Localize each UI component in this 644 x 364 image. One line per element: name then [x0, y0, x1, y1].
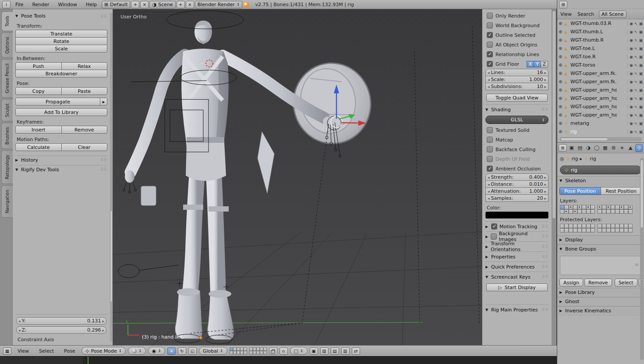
propagate-button[interactable]: Propagate — [15, 98, 100, 106]
renderability-camera-icon[interactable]: ▣ — [639, 46, 643, 51]
decrement-arrow-icon[interactable]: ◂ — [488, 182, 490, 187]
renderability-camera-icon[interactable]: ▣ — [639, 130, 643, 134]
shading-option-row[interactable]: Textured Solid — [485, 125, 548, 135]
renderability-camera-icon[interactable]: ▣ — [639, 88, 643, 92]
layer-toggle[interactable] — [564, 228, 569, 233]
selectability-cursor-icon[interactable]: ↖ — [634, 46, 638, 51]
rigify-panel-header[interactable]: ▼ Rigify Dev Tools ⠿⠿ — [15, 165, 107, 173]
translate-y-field[interactable]: ◂ Y: 0.131 ▸ — [16, 317, 106, 325]
outliner-horizontal-scrollbar[interactable] — [559, 137, 642, 141]
layer-toggle[interactable] — [577, 209, 582, 214]
start-display-button[interactable]: ▷ Start Display — [486, 283, 548, 291]
visibility-eye-icon[interactable]: ◉ — [630, 121, 633, 126]
decrement-arrow-icon[interactable]: ◂ — [488, 189, 490, 194]
expand-icon[interactable]: ⊕ — [559, 79, 564, 84]
checkbox[interactable] — [487, 156, 493, 162]
layer-toggle[interactable] — [237, 351, 240, 354]
layer-toggle[interactable] — [602, 205, 606, 209]
layer-toggle[interactable] — [569, 209, 573, 214]
selectability-cursor-icon[interactable]: ↖ — [634, 63, 638, 67]
layer-toggle[interactable] — [573, 209, 577, 214]
decrement-arrow-icon[interactable]: ◂ — [488, 175, 490, 180]
breadcrumb-data-name[interactable]: rig — [590, 156, 596, 162]
viewport-canvas[interactable]: x y — [113, 9, 482, 345]
visibility-eye-icon[interactable]: ◉ — [630, 30, 633, 34]
select-button[interactable]: Select — [615, 279, 637, 286]
expand-icon[interactable]: ⊕ — [559, 63, 564, 67]
background-images-toggle[interactable] — [491, 233, 497, 240]
collapse-triangle-icon[interactable]: ▼ — [485, 108, 491, 112]
number-field[interactable]: ◂ Attenuation: 1.000 ▸ — [485, 187, 548, 195]
object-name[interactable]: WGT-upper_arm_ho — [570, 104, 617, 110]
checkbox[interactable] — [491, 223, 497, 230]
expand-icon[interactable]: ⊕ — [559, 29, 564, 34]
timeline-strip[interactable] — [0, 356, 557, 364]
selectability-cursor-icon[interactable]: ↖ — [634, 130, 638, 134]
layer-toggle[interactable] — [615, 228, 619, 233]
collapse-triangle-icon[interactable]: ▶ — [15, 158, 21, 162]
panel-grip-icon[interactable]: ⠿⠿ — [542, 107, 548, 112]
collapse-triangle-icon[interactable]: ▼ — [485, 275, 491, 279]
number-field[interactable]: ◂ Subdivisions: 10 ▸ — [485, 83, 548, 90]
translate-z-field[interactable]: ◂ Z: 0.296 ▸ — [16, 326, 106, 334]
renderability-camera-icon[interactable]: ▣ — [639, 30, 643, 34]
paste-pose-button[interactable]: Paste — [61, 87, 108, 95]
renderability-camera-icon[interactable]: ▣ — [639, 38, 643, 42]
selectability-cursor-icon[interactable]: ↖ — [634, 38, 638, 42]
layer-toggle[interactable] — [560, 205, 564, 209]
outliner-display-mode-select[interactable]: All Scene — [599, 11, 626, 18]
scrollbar-thumb[interactable] — [560, 138, 608, 141]
object-name[interactable]: WGT-upper_arm_ho — [570, 112, 617, 118]
layer-toggle[interactable] — [573, 228, 577, 233]
decrement-arrow-icon[interactable]: ◂ — [488, 85, 490, 89]
layer-toggle[interactable] — [577, 224, 582, 228]
properties-tab[interactable]: ▦ — [602, 144, 609, 152]
visibility-eye-icon[interactable]: ◉ — [630, 55, 633, 59]
inverse-kinematics-panel-header[interactable]: ▶ Inverse Kinematics — [557, 306, 644, 315]
color-swatch[interactable] — [485, 212, 548, 219]
editor-type-info-icon[interactable]: i — [2, 1, 11, 8]
layer-toggle[interactable] — [256, 351, 260, 354]
shelf-tab[interactable]: Options — [1, 32, 13, 58]
collapse-triangle-icon[interactable]: ▼ — [15, 168, 21, 172]
lock-to-scene-toggle[interactable] — [269, 347, 277, 355]
delete-screen-layout-button[interactable]: × — [140, 1, 149, 8]
menu-item[interactable]: Render — [28, 2, 53, 7]
outliner-item[interactable]: ⊕ metarig ◉ ↖ ▣ — [557, 119, 644, 127]
menu-item[interactable]: Window — [54, 2, 81, 7]
collapse-triangle-icon[interactable]: ▶ — [559, 300, 565, 304]
layer-toggle[interactable] — [230, 347, 233, 351]
render-engine-selector[interactable]: Blender Render ↕ — [195, 1, 243, 8]
object-name[interactable]: metarig — [570, 120, 589, 126]
panel-grip-icon[interactable]: ⠿⠿ — [542, 234, 548, 239]
selectability-cursor-icon[interactable]: ↖ — [634, 21, 638, 26]
outliner-item[interactable]: ⊕ WGT-upper_arm_ho ◉ ↖ ▣ — [557, 102, 644, 111]
object-name[interactable]: WGT-upper_arm_ho — [570, 95, 617, 101]
outliner-item[interactable]: ⊕ WGT-toe.L ◉ ↖ ▣ — [557, 44, 644, 53]
layer-toggle[interactable] — [628, 224, 633, 228]
breadcrumb-object-name[interactable]: rig — [572, 156, 578, 162]
outliner-view-menu[interactable]: View — [559, 11, 573, 17]
toggle-quad-view-button[interactable]: Toggle Quad View — [486, 94, 548, 102]
scrollbar-thumb[interactable] — [110, 210, 113, 302]
outliner-item[interactable]: ⊕ WGT-upper_arm.fk.L ◉ ↖ ▣ — [557, 69, 644, 78]
layer-toggle[interactable] — [615, 205, 619, 209]
layer-toggle[interactable] — [569, 228, 573, 233]
outliner-item[interactable]: ⊕ WGT-thumb.03.R ◉ ↖ ▣ — [557, 19, 644, 28]
snap-element-select[interactable]: □ ↕ — [290, 347, 308, 355]
expand-icon[interactable]: ⊕ — [559, 88, 564, 92]
layer-toggle[interactable] — [602, 224, 606, 228]
outliner-item[interactable]: ⊕ WGT-upper_arm_ho ◉ ↖ ▣ — [557, 111, 644, 119]
screen-layout-selector[interactable]: ⊞ Default — [102, 1, 130, 8]
shelf-tab[interactable]: Retopology — [1, 150, 13, 184]
viewport-menu-item[interactable]: View — [14, 348, 33, 354]
layer-toggle[interactable] — [560, 224, 564, 228]
shading-mode-select[interactable]: GLSL ↕ — [485, 116, 548, 124]
selectability-cursor-icon[interactable]: ↖ — [634, 71, 638, 76]
copy-pose-header-button[interactable]: ▤ — [331, 347, 339, 355]
tool-shelf-scrollbar[interactable] — [110, 13, 113, 342]
layer-toggle[interactable] — [560, 209, 564, 214]
datablock-name-field[interactable]: ⊹ rig — [560, 166, 641, 174]
collapse-triangle-icon[interactable]: ▼ — [485, 308, 491, 312]
collapse-triangle-icon[interactable]: ▼ — [15, 14, 21, 18]
